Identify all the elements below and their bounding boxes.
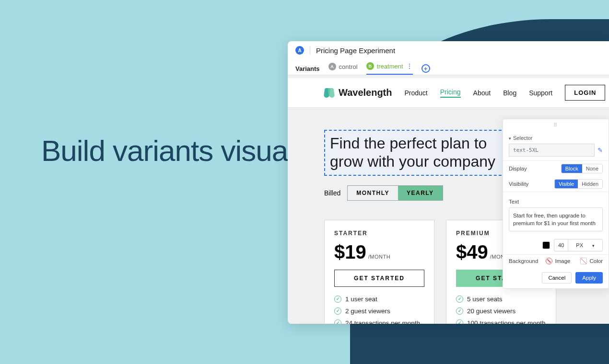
font-row: 40 PX — [503, 236, 609, 254]
list-item: 20 guest viewers — [456, 307, 546, 315]
list-item: 5 user seats — [456, 296, 546, 303]
site-header: Wavelength Product Pricing About Blog Su… — [288, 78, 609, 108]
plan-period: /MONTH — [368, 254, 390, 260]
billing-yearly[interactable]: YEARLY — [398, 186, 443, 200]
logo-icon — [324, 88, 335, 98]
no-image-icon[interactable] — [546, 258, 552, 264]
price-row: $19 /MONTH — [334, 241, 424, 263]
chevron-down-icon — [588, 241, 598, 250]
feature-list: 5 user seats 20 guest viewers 100 transa… — [456, 296, 546, 324]
text-color-swatch[interactable] — [542, 241, 550, 249]
window-titlebar: A Pricing Page Experiment — [288, 41, 609, 59]
check-icon — [456, 319, 463, 324]
visibility-row: Visibility Visible Hidden — [503, 176, 609, 192]
display-none[interactable]: None — [582, 164, 602, 173]
list-item: 2 guest viewers — [334, 307, 424, 315]
variant-tab-control-label: control — [339, 63, 358, 70]
display-label: Display — [509, 166, 527, 171]
check-icon — [456, 307, 463, 315]
selector-header[interactable]: Selector — [509, 135, 603, 141]
variant-tab-treatment-label: treatment — [377, 63, 403, 70]
app-badge-icon: A — [295, 46, 304, 55]
bg-color-label[interactable]: Color — [590, 258, 603, 264]
billed-label: Billed — [324, 189, 340, 197]
plan-price: $19 — [334, 241, 366, 263]
visibility-hidden[interactable]: Hidden — [578, 180, 602, 188]
text-section: Text — [503, 196, 609, 205]
list-item: 100 transactions per month — [456, 319, 546, 324]
edit-icon[interactable]: ✎ — [597, 147, 603, 154]
title-divider — [310, 46, 310, 55]
plan-card-starter: STARTER $19 /MONTH GET STARTED 1 user se… — [324, 220, 434, 324]
drag-handle-icon[interactable]: ⠿ — [503, 119, 609, 131]
text-editor[interactable]: Start for free, then upgrade to premium … — [509, 207, 603, 231]
check-icon — [334, 307, 341, 315]
cancel-button[interactable]: Cancel — [542, 272, 572, 284]
inspector-panel: ⠿ Selector ✎ Display Block None Visibili… — [503, 119, 609, 289]
display-block[interactable]: Block — [562, 164, 582, 173]
visibility-toggle: Visible Hidden — [554, 179, 603, 189]
list-item: 24 transactions per month — [334, 319, 424, 324]
add-variant-button[interactable]: + — [422, 64, 430, 73]
check-icon — [334, 296, 341, 303]
check-icon — [334, 319, 341, 324]
nav-product[interactable]: Product — [405, 89, 428, 97]
variants-label: Variants — [295, 65, 320, 72]
font-size-input[interactable]: 40 PX — [554, 239, 603, 251]
apply-button[interactable]: Apply — [575, 272, 603, 284]
brand-logo[interactable]: Wavelength — [324, 87, 392, 98]
font-unit-select[interactable]: PX — [568, 239, 602, 251]
variant-a-icon: A — [328, 63, 336, 70]
font-size-value: 40 — [554, 241, 568, 250]
background-row: Background Image Color — [503, 254, 609, 267]
check-icon — [456, 296, 463, 303]
login-button[interactable]: LOGIN — [565, 85, 605, 101]
billing-toggle: MONTHLY YEARLY — [347, 185, 443, 201]
feature-list: 1 user seat 2 guest viewers 24 transacti… — [334, 296, 424, 324]
visibility-label: Visibility — [509, 181, 528, 187]
display-row: Display Block None — [503, 161, 609, 176]
variant-tabs: Variants A control B treatment ⋮ + — [288, 59, 609, 75]
chevron-down-icon — [509, 135, 511, 141]
variant-tab-treatment[interactable]: B treatment ⋮ — [366, 62, 413, 75]
text-label: Text — [509, 199, 519, 205]
bg-image-label[interactable]: Image — [555, 258, 571, 264]
billing-monthly[interactable]: MONTHLY — [348, 186, 398, 200]
variant-tab-control[interactable]: A control — [328, 63, 358, 74]
cta-starter[interactable]: GET STARTED — [334, 270, 424, 287]
visibility-visible[interactable]: Visible — [555, 180, 578, 188]
plan-price: $49 — [456, 241, 488, 263]
nav-pricing[interactable]: Pricing — [440, 88, 461, 98]
selector-section: Selector ✎ — [503, 131, 609, 161]
background-label: Background — [509, 258, 538, 264]
nav-blog[interactable]: Blog — [503, 89, 516, 97]
variant-b-icon: B — [366, 62, 374, 70]
experiment-title: Pricing Page Experiment — [316, 46, 395, 55]
nav-support[interactable]: Support — [529, 89, 552, 97]
nav-about[interactable]: About — [473, 89, 491, 97]
bg-color-swatch[interactable] — [580, 258, 587, 264]
plan-tier: STARTER — [334, 230, 424, 237]
selector-input[interactable] — [509, 144, 595, 157]
variant-menu-icon[interactable]: ⋮ — [406, 62, 413, 70]
brand-name: Wavelength — [339, 87, 392, 98]
list-item: 1 user seat — [334, 296, 424, 303]
display-toggle: Block None — [561, 164, 603, 173]
inspector-footer: Cancel Apply — [503, 267, 609, 288]
page-headline-selected[interactable]: Find the perfect plan to grow with your … — [324, 130, 506, 176]
